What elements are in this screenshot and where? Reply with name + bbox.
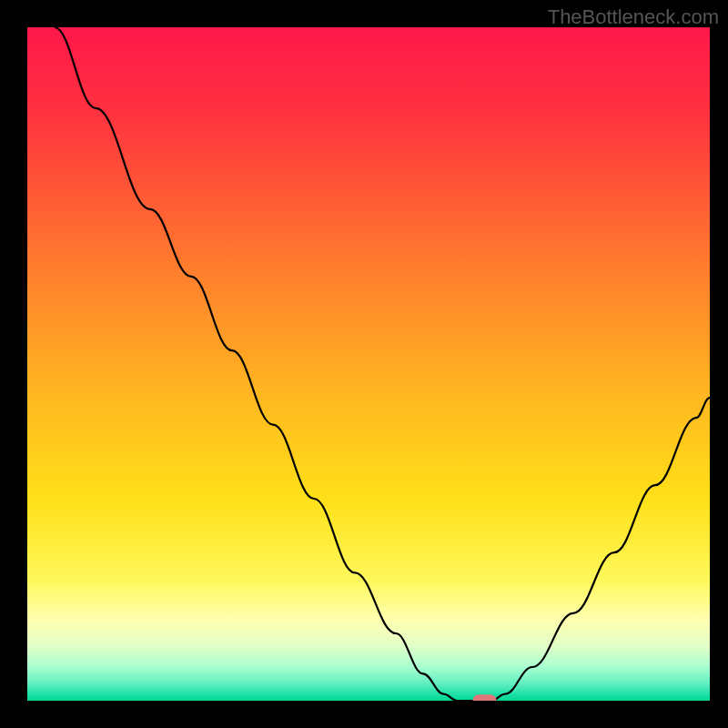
frame-right bbox=[710, 0, 728, 728]
frame-left bbox=[0, 0, 27, 728]
frame-bottom bbox=[0, 701, 728, 728]
watermark-text: TheBottleneck.com bbox=[548, 5, 719, 29]
gradient-background bbox=[27, 27, 710, 701]
bottleneck-chart bbox=[0, 0, 728, 728]
chart-container: TheBottleneck.com bbox=[0, 0, 728, 728]
